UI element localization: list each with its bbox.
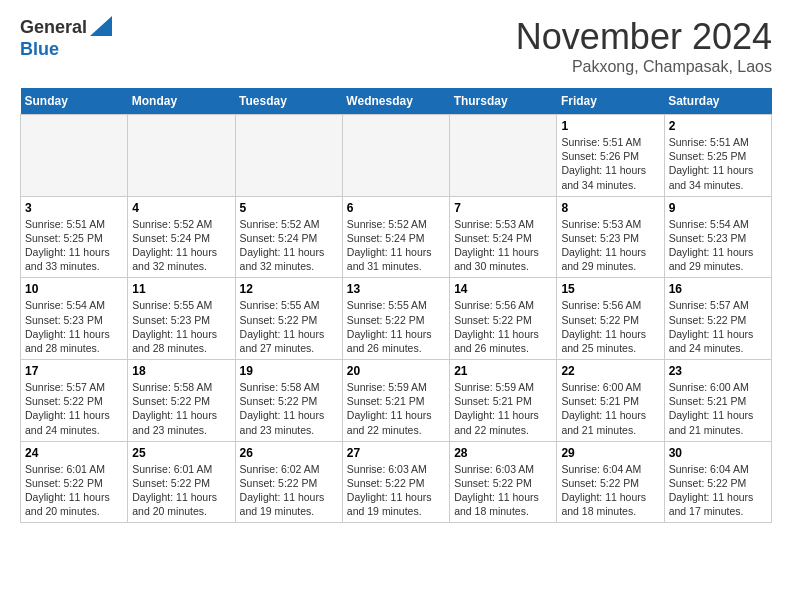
cell-w1-d3 xyxy=(342,115,449,197)
day-info: Sunrise: 5:53 AM Sunset: 5:23 PM Dayligh… xyxy=(561,217,659,274)
logo: General Blue xyxy=(20,16,112,59)
cell-w4-d6: 23Sunrise: 6:00 AM Sunset: 5:21 PM Dayli… xyxy=(664,360,771,442)
svg-marker-0 xyxy=(90,16,112,36)
day-number: 25 xyxy=(132,446,230,460)
day-number: 23 xyxy=(669,364,767,378)
cell-w5-d5: 29Sunrise: 6:04 AM Sunset: 5:22 PM Dayli… xyxy=(557,441,664,523)
cell-w2-d6: 9Sunrise: 5:54 AM Sunset: 5:23 PM Daylig… xyxy=(664,196,771,278)
day-info: Sunrise: 5:52 AM Sunset: 5:24 PM Dayligh… xyxy=(240,217,338,274)
cell-w1-d4 xyxy=(450,115,557,197)
cell-w2-d5: 8Sunrise: 5:53 AM Sunset: 5:23 PM Daylig… xyxy=(557,196,664,278)
week-row-3: 10Sunrise: 5:54 AM Sunset: 5:23 PM Dayli… xyxy=(21,278,772,360)
cell-w2-d3: 6Sunrise: 5:52 AM Sunset: 5:24 PM Daylig… xyxy=(342,196,449,278)
day-info: Sunrise: 6:03 AM Sunset: 5:22 PM Dayligh… xyxy=(347,462,445,519)
day-info: Sunrise: 6:03 AM Sunset: 5:22 PM Dayligh… xyxy=(454,462,552,519)
day-info: Sunrise: 6:04 AM Sunset: 5:22 PM Dayligh… xyxy=(669,462,767,519)
day-info: Sunrise: 6:00 AM Sunset: 5:21 PM Dayligh… xyxy=(561,380,659,437)
day-number: 4 xyxy=(132,201,230,215)
day-info: Sunrise: 6:01 AM Sunset: 5:22 PM Dayligh… xyxy=(132,462,230,519)
day-info: Sunrise: 5:55 AM Sunset: 5:23 PM Dayligh… xyxy=(132,298,230,355)
title-block: November 2024 Pakxong, Champasak, Laos xyxy=(516,16,772,76)
sub-title: Pakxong, Champasak, Laos xyxy=(516,58,772,76)
day-number: 1 xyxy=(561,119,659,133)
day-number: 12 xyxy=(240,282,338,296)
day-number: 17 xyxy=(25,364,123,378)
day-info: Sunrise: 5:51 AM Sunset: 5:25 PM Dayligh… xyxy=(669,135,767,192)
week-row-2: 3Sunrise: 5:51 AM Sunset: 5:25 PM Daylig… xyxy=(21,196,772,278)
day-number: 6 xyxy=(347,201,445,215)
day-number: 28 xyxy=(454,446,552,460)
cell-w4-d2: 19Sunrise: 5:58 AM Sunset: 5:22 PM Dayli… xyxy=(235,360,342,442)
day-info: Sunrise: 5:52 AM Sunset: 5:24 PM Dayligh… xyxy=(347,217,445,274)
week-row-5: 24Sunrise: 6:01 AM Sunset: 5:22 PM Dayli… xyxy=(21,441,772,523)
cell-w4-d1: 18Sunrise: 5:58 AM Sunset: 5:22 PM Dayli… xyxy=(128,360,235,442)
day-info: Sunrise: 5:58 AM Sunset: 5:22 PM Dayligh… xyxy=(132,380,230,437)
day-info: Sunrise: 5:59 AM Sunset: 5:21 PM Dayligh… xyxy=(347,380,445,437)
main-title: November 2024 xyxy=(516,16,772,58)
cell-w4-d0: 17Sunrise: 5:57 AM Sunset: 5:22 PM Dayli… xyxy=(21,360,128,442)
cell-w3-d3: 13Sunrise: 5:55 AM Sunset: 5:22 PM Dayli… xyxy=(342,278,449,360)
logo-triangle-icon xyxy=(90,16,112,36)
cell-w2-d2: 5Sunrise: 5:52 AM Sunset: 5:24 PM Daylig… xyxy=(235,196,342,278)
cell-w3-d4: 14Sunrise: 5:56 AM Sunset: 5:22 PM Dayli… xyxy=(450,278,557,360)
day-number: 22 xyxy=(561,364,659,378)
col-thursday: Thursday xyxy=(450,88,557,115)
day-number: 8 xyxy=(561,201,659,215)
logo-text-general: General xyxy=(20,18,87,38)
cell-w5-d4: 28Sunrise: 6:03 AM Sunset: 5:22 PM Dayli… xyxy=(450,441,557,523)
day-number: 7 xyxy=(454,201,552,215)
cell-w3-d5: 15Sunrise: 5:56 AM Sunset: 5:22 PM Dayli… xyxy=(557,278,664,360)
cell-w5-d0: 24Sunrise: 6:01 AM Sunset: 5:22 PM Dayli… xyxy=(21,441,128,523)
day-info: Sunrise: 5:54 AM Sunset: 5:23 PM Dayligh… xyxy=(669,217,767,274)
day-number: 11 xyxy=(132,282,230,296)
day-info: Sunrise: 6:00 AM Sunset: 5:21 PM Dayligh… xyxy=(669,380,767,437)
cell-w5-d1: 25Sunrise: 6:01 AM Sunset: 5:22 PM Dayli… xyxy=(128,441,235,523)
cell-w1-d0 xyxy=(21,115,128,197)
day-info: Sunrise: 6:02 AM Sunset: 5:22 PM Dayligh… xyxy=(240,462,338,519)
cell-w3-d6: 16Sunrise: 5:57 AM Sunset: 5:22 PM Dayli… xyxy=(664,278,771,360)
cell-w1-d2 xyxy=(235,115,342,197)
day-info: Sunrise: 5:57 AM Sunset: 5:22 PM Dayligh… xyxy=(669,298,767,355)
cell-w3-d1: 11Sunrise: 5:55 AM Sunset: 5:23 PM Dayli… xyxy=(128,278,235,360)
day-info: Sunrise: 5:56 AM Sunset: 5:22 PM Dayligh… xyxy=(561,298,659,355)
day-info: Sunrise: 5:57 AM Sunset: 5:22 PM Dayligh… xyxy=(25,380,123,437)
week-row-4: 17Sunrise: 5:57 AM Sunset: 5:22 PM Dayli… xyxy=(21,360,772,442)
col-sunday: Sunday xyxy=(21,88,128,115)
day-number: 9 xyxy=(669,201,767,215)
day-number: 14 xyxy=(454,282,552,296)
header: General Blue November 2024 Pakxong, Cham… xyxy=(20,16,772,76)
day-info: Sunrise: 5:53 AM Sunset: 5:24 PM Dayligh… xyxy=(454,217,552,274)
day-number: 15 xyxy=(561,282,659,296)
calendar-header: Sunday Monday Tuesday Wednesday Thursday… xyxy=(21,88,772,115)
cell-w1-d1 xyxy=(128,115,235,197)
col-wednesday: Wednesday xyxy=(342,88,449,115)
day-number: 3 xyxy=(25,201,123,215)
day-info: Sunrise: 5:55 AM Sunset: 5:22 PM Dayligh… xyxy=(240,298,338,355)
day-info: Sunrise: 5:56 AM Sunset: 5:22 PM Dayligh… xyxy=(454,298,552,355)
day-info: Sunrise: 5:52 AM Sunset: 5:24 PM Dayligh… xyxy=(132,217,230,274)
day-number: 21 xyxy=(454,364,552,378)
day-number: 30 xyxy=(669,446,767,460)
calendar-table: Sunday Monday Tuesday Wednesday Thursday… xyxy=(20,88,772,523)
calendar-body: 1Sunrise: 5:51 AM Sunset: 5:26 PM Daylig… xyxy=(21,115,772,523)
day-number: 2 xyxy=(669,119,767,133)
cell-w2-d4: 7Sunrise: 5:53 AM Sunset: 5:24 PM Daylig… xyxy=(450,196,557,278)
header-row: Sunday Monday Tuesday Wednesday Thursday… xyxy=(21,88,772,115)
cell-w3-d2: 12Sunrise: 5:55 AM Sunset: 5:22 PM Dayli… xyxy=(235,278,342,360)
col-monday: Monday xyxy=(128,88,235,115)
day-info: Sunrise: 5:59 AM Sunset: 5:21 PM Dayligh… xyxy=(454,380,552,437)
cell-w3-d0: 10Sunrise: 5:54 AM Sunset: 5:23 PM Dayli… xyxy=(21,278,128,360)
cell-w1-d5: 1Sunrise: 5:51 AM Sunset: 5:26 PM Daylig… xyxy=(557,115,664,197)
day-number: 27 xyxy=(347,446,445,460)
col-saturday: Saturday xyxy=(664,88,771,115)
cell-w5-d6: 30Sunrise: 6:04 AM Sunset: 5:22 PM Dayli… xyxy=(664,441,771,523)
day-number: 24 xyxy=(25,446,123,460)
day-info: Sunrise: 5:58 AM Sunset: 5:22 PM Dayligh… xyxy=(240,380,338,437)
logo-text-blue: Blue xyxy=(20,39,59,59)
day-info: Sunrise: 5:54 AM Sunset: 5:23 PM Dayligh… xyxy=(25,298,123,355)
cell-w2-d0: 3Sunrise: 5:51 AM Sunset: 5:25 PM Daylig… xyxy=(21,196,128,278)
day-number: 5 xyxy=(240,201,338,215)
page: General Blue November 2024 Pakxong, Cham… xyxy=(0,0,792,539)
day-number: 26 xyxy=(240,446,338,460)
day-number: 18 xyxy=(132,364,230,378)
